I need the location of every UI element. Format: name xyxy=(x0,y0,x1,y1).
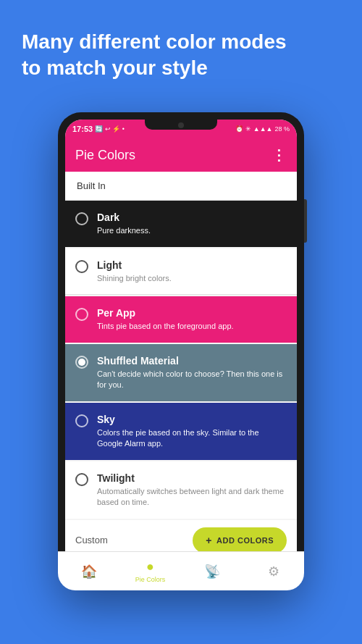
signal-icon: ▲▲▲ xyxy=(253,125,273,133)
app-bar: Pie Colors ⋮ xyxy=(65,138,297,172)
nav-signals[interactable]: 📡 xyxy=(181,564,243,580)
option-dark-text: Dark Pure darkness. xyxy=(97,211,287,237)
option-per-app[interactable]: Per App Tints pie based on the foregroun… xyxy=(65,296,297,343)
option-twilight[interactable]: Twilight Automatically switches between … xyxy=(65,461,297,519)
add-colors-button[interactable]: + ADD COLORS xyxy=(193,527,287,553)
radio-sky xyxy=(75,414,88,427)
app-title: Pie Colors xyxy=(75,148,135,163)
option-dark-title: Dark xyxy=(97,211,287,224)
nav-settings[interactable]: ⚙ xyxy=(243,564,297,580)
option-shuffled-desc: Can't decide which color to choose? Then… xyxy=(97,369,287,391)
bluetooth-icon: ✳ xyxy=(245,125,251,133)
option-sky-title: Sky xyxy=(97,413,287,426)
radio-light xyxy=(75,260,88,273)
option-twilight-title: Twilight xyxy=(97,472,287,485)
add-colors-label: ADD COLORS xyxy=(216,536,274,545)
plus-icon: + xyxy=(206,535,212,546)
battery-text: 28 % xyxy=(274,125,290,133)
option-shuffled-text: Shuffled Material Can't decide which col… xyxy=(97,354,287,391)
option-sky-desc: Colors the pie based on the sky. Similar… xyxy=(97,427,287,450)
option-light-title: Light xyxy=(97,259,287,272)
bottom-nav: 🏠 ● Pie Colors 📡 ⚙ xyxy=(65,551,297,583)
content-area: Built In Dark Pure darkness. Light Shini… xyxy=(65,172,297,583)
header-line1: Many different color modes xyxy=(22,30,287,53)
option-per-app-title: Per App xyxy=(97,306,287,319)
option-sky[interactable]: Sky Colors the pie based on the sky. Sim… xyxy=(65,403,297,460)
option-light[interactable]: Light Shining bright colors. xyxy=(65,248,297,296)
option-per-app-text: Per App Tints pie based on the foregroun… xyxy=(97,306,287,333)
option-dark[interactable]: Dark Pure darkness. xyxy=(65,201,297,247)
signals-icon: 📡 xyxy=(204,564,220,580)
section-header-label: Built In xyxy=(77,180,106,191)
pie-colors-nav-label: Pie Colors xyxy=(135,576,166,583)
phone-mockup: 17:53 🔄 ↩ ⚡ • ⏰ ✳ ▲▲▲ 28 % Pie Colors ⋮ xyxy=(58,112,304,590)
header-line2: to match your style xyxy=(22,57,208,79)
status-time: 17:53 xyxy=(72,125,93,133)
section-header-builtin: Built In xyxy=(65,172,297,201)
phone-camera xyxy=(178,122,184,128)
radio-per-app xyxy=(75,308,88,321)
radio-dark xyxy=(75,212,88,225)
nav-pie-colors[interactable]: ● Pie Colors xyxy=(119,559,181,583)
status-icons-right: ⏰ ✳ ▲▲▲ 28 % xyxy=(235,125,290,133)
option-shuffled-title: Shuffled Material xyxy=(97,354,287,367)
option-light-desc: Shining bright colors. xyxy=(97,273,287,284)
option-light-text: Light Shining bright colors. xyxy=(97,259,287,285)
phone-side-button xyxy=(304,199,307,243)
option-twilight-desc: Automatically switches between light and… xyxy=(97,486,287,509)
status-icons-left: 🔄 ↩ ⚡ • xyxy=(95,125,125,133)
custom-label: Custom xyxy=(75,535,108,545)
home-icon: 🏠 xyxy=(81,564,97,580)
settings-icon: ⚙ xyxy=(268,564,279,580)
alarm-icon: ⏰ xyxy=(235,125,243,133)
radio-shuffled xyxy=(75,356,88,369)
radio-twilight xyxy=(75,473,88,486)
more-menu-icon[interactable]: ⋮ xyxy=(272,146,287,164)
option-per-app-desc: Tints pie based on the foreground app. xyxy=(97,321,287,332)
option-twilight-text: Twilight Automatically switches between … xyxy=(97,472,287,509)
nav-home[interactable]: 🏠 xyxy=(65,564,119,580)
option-dark-desc: Pure darkness. xyxy=(97,225,287,236)
pie-colors-icon: ● xyxy=(146,559,154,574)
phone-body: 17:53 🔄 ↩ ⚡ • ⏰ ✳ ▲▲▲ 28 % Pie Colors ⋮ xyxy=(58,112,304,590)
option-shuffled[interactable]: Shuffled Material Can't decide which col… xyxy=(65,344,297,401)
promo-header: Many different color modes to match your… xyxy=(22,29,340,82)
phone-screen: 17:53 🔄 ↩ ⚡ • ⏰ ✳ ▲▲▲ 28 % Pie Colors ⋮ xyxy=(65,120,297,583)
option-sky-text: Sky Colors the pie based on the sky. Sim… xyxy=(97,413,287,450)
status-left: 17:53 🔄 ↩ ⚡ • xyxy=(72,125,125,133)
